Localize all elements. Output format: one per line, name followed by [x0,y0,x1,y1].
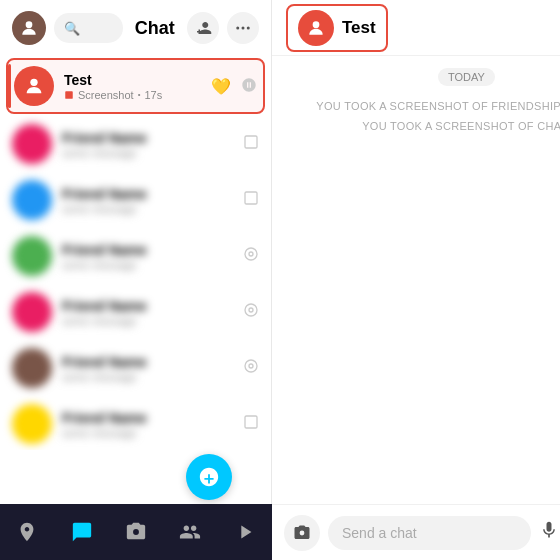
svg-point-12 [245,360,257,372]
chat-list: Test Screenshot • 17s 💛 Friend N [0,56,271,450]
chat-title: Chat [131,18,180,39]
chat-name-test: Test [64,72,201,88]
search-bar[interactable]: 🔍 [54,13,123,43]
more-options-button[interactable] [227,12,259,44]
chat-avatar-2 [12,180,52,220]
chat-icon-3 [243,246,259,266]
chat-avatar-1 [12,124,52,164]
chat-icon-heart: 💛 [211,77,231,96]
chat-info-6: Friend Name some message [62,410,233,439]
right-bottom-bar [272,504,560,560]
chat-item-2[interactable]: Friend Name some message [0,172,271,228]
left-header: 🔍 Chat [0,0,271,56]
chat-item-3[interactable]: Friend Name some message [0,228,271,284]
contact-avatar [298,10,334,46]
system-msg-2: YOU TOOK A SCREENSHOT OF CHAT! [362,120,560,132]
chat-info-3: Friend Name some message [62,242,233,271]
chat-item-6[interactable]: Friend Name some message [0,396,271,450]
svg-point-4 [30,79,37,86]
chat-avatar-test [14,66,54,106]
chat-info-5: Friend Name some message [62,354,233,383]
svg-point-8 [245,248,257,260]
nav-stories[interactable] [163,521,217,543]
svg-point-1 [236,27,239,30]
app-container: 🔍 Chat [0,0,560,560]
nav-chat[interactable] [54,521,108,543]
chat-item-1[interactable]: Friend Name some message [0,116,271,172]
chat-info-4: Friend Name some message [62,298,233,327]
svg-point-3 [247,27,250,30]
chat-avatar-4 [12,292,52,332]
chat-sub-test: Screenshot • 17s [64,89,201,101]
camera-button[interactable] [284,515,320,551]
bottom-right-icons [539,520,560,545]
svg-point-2 [242,27,245,30]
chat-item-5[interactable]: Friend Name some message [0,340,271,396]
nav-map[interactable] [0,521,54,543]
chat-icon-2 [243,190,259,210]
chat-item-4[interactable]: Friend Name some message [0,284,271,340]
bottom-nav [0,504,272,560]
compose-fab-button[interactable] [186,454,232,500]
svg-point-21 [313,21,320,28]
chat-item-active[interactable]: Test Screenshot • 17s 💛 [6,58,265,114]
svg-point-10 [245,304,257,316]
svg-rect-6 [245,136,257,148]
svg-rect-14 [245,416,257,428]
user-avatar[interactable] [12,11,46,45]
chat-icon-5 [243,358,259,378]
chat-icon-4 [243,302,259,322]
chat-icon-6 [243,414,259,434]
nav-camera[interactable] [109,521,163,543]
svg-point-0 [26,21,33,28]
add-friend-button[interactable] [187,12,219,44]
right-panel: Test › TODAY YOU TOOK A SCREEN [272,0,560,560]
svg-rect-5 [65,91,73,99]
svg-point-9 [249,252,253,256]
left-panel: 🔍 Chat [0,0,272,560]
system-msg-1: YOU TOOK A SCREENSHOT OF FRIENDSHIP PROF… [316,100,560,112]
chat-icon-camera [241,77,257,96]
chat-avatar-3 [12,236,52,276]
right-header: Test › [272,0,560,56]
search-icon: 🔍 [64,21,80,36]
contact-header-border: Test [286,4,388,52]
chat-icon-1 [243,134,259,154]
nav-spotlight[interactable] [218,521,272,543]
contact-name: Test [342,18,376,38]
chat-info-1: Friend Name some message [62,130,233,159]
chat-area: TODAY YOU TOOK A SCREENSHOT OF FRIENDSHI… [272,56,560,504]
svg-rect-7 [245,192,257,204]
chat-avatar-5 [12,348,52,388]
svg-point-13 [249,364,253,368]
date-badge: TODAY [438,68,495,86]
chat-info-test: Test Screenshot • 17s [64,72,201,101]
svg-point-11 [249,308,253,312]
chat-input[interactable] [328,516,531,550]
mic-icon[interactable] [539,520,559,545]
chat-avatar-6 [12,404,52,444]
chat-info-2: Friend Name some message [62,186,233,215]
